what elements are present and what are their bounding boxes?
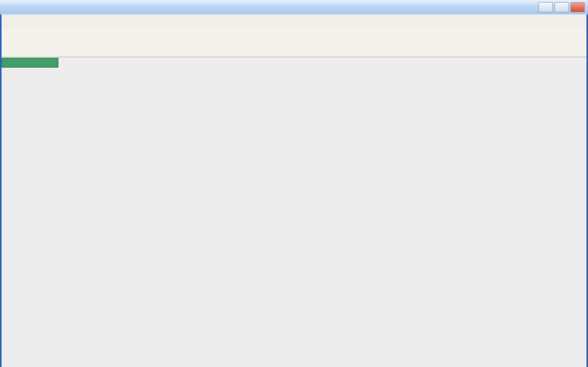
- gann-wheel-area[interactable]: [0, 57, 588, 367]
- window-controls: [538, 2, 585, 12]
- app-window: { "window": { "title": "赢家江恩专业版[赢家服务平台] …: [0, 0, 588, 367]
- drawing-toolbar: [0, 43, 588, 57]
- close-button[interactable]: [570, 2, 585, 12]
- main-toolbar: [0, 27, 588, 44]
- minimize-button[interactable]: [538, 2, 553, 12]
- window-border-left: [0, 14, 2, 367]
- menu-bar: [0, 14, 588, 27]
- title-bar[interactable]: [0, 0, 588, 15]
- index-name-header: [2, 58, 58, 68]
- index-info-panel: [2, 58, 58, 68]
- maximize-button[interactable]: [554, 2, 569, 12]
- gann-wheel-svg: [0, 57, 588, 367]
